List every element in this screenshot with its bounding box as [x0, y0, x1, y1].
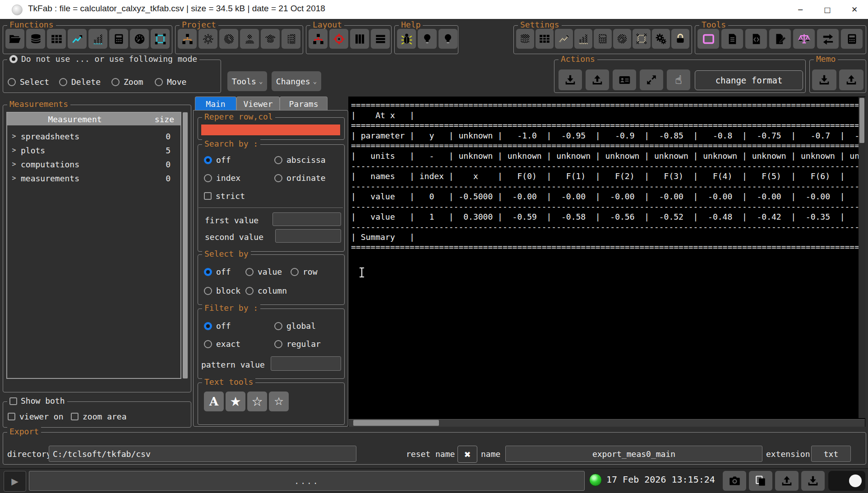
search-radio-abscissa[interactable]: abscissa [274, 155, 326, 165]
terminal-hscrollbar[interactable] [349, 419, 865, 427]
mode-radio-delete[interactable]: Delete [59, 77, 101, 87]
tab-viewer[interactable]: Viewer [236, 97, 280, 111]
transform-button[interactable] [151, 29, 170, 49]
show-both-checkbox[interactable]: Show both [7, 396, 67, 406]
expander-icon[interactable]: > [7, 132, 21, 140]
screenshot-button[interactable] [723, 471, 746, 491]
project-notebook-button[interactable] [282, 29, 300, 49]
open-file-button[interactable] [5, 29, 24, 49]
tools-calculator-button[interactable] [841, 29, 863, 49]
hint-bulb-button-1[interactable] [418, 29, 437, 49]
settings-gauge-button[interactable] [613, 29, 631, 49]
settings-line-chart-button[interactable] [555, 29, 573, 49]
settings-gears-button[interactable] [652, 29, 670, 49]
tree-row-spreadsheets[interactable]: > spreadsheets 0 [7, 130, 180, 143]
extension-input[interactable] [811, 446, 851, 462]
second-value-input[interactable] [275, 229, 341, 243]
filter-radio-exact[interactable]: exact [204, 339, 240, 349]
project-user-button[interactable] [240, 29, 259, 49]
changes-menubutton[interactable]: Changes⌄ [272, 71, 321, 91]
status-message-field[interactable]: .... [29, 471, 585, 491]
export-name-input[interactable] [505, 446, 762, 462]
filter-radio-regular[interactable]: regular [274, 339, 321, 349]
settings-table-button[interactable] [536, 29, 554, 49]
zoom-area-checkbox[interactable]: zoom area [71, 412, 127, 421]
star-outline-button-2[interactable]: ☆ [269, 392, 289, 411]
settings-database-button[interactable] [516, 29, 534, 49]
layout-columns-button[interactable] [350, 29, 369, 49]
filter-radio-global[interactable]: global [274, 321, 316, 331]
select-radio-block[interactable]: block [204, 286, 240, 295]
close-button[interactable]: ✕ [841, 0, 868, 19]
terminal-vscrollbar[interactable] [859, 97, 865, 418]
viewer-on-checkbox[interactable]: viewer on [8, 412, 64, 421]
project-clock-button[interactable] [219, 29, 238, 49]
terminal-view[interactable]: ========================================… [348, 97, 865, 427]
change-format-button[interactable]: change format [695, 70, 803, 90]
layout-tree-button[interactable] [309, 29, 328, 49]
action-hand-button[interactable]: ☝ [667, 69, 690, 90]
memo-load-button[interactable] [839, 69, 863, 90]
action-card-button[interactable] [613, 69, 636, 90]
tools-swap-button[interactable] [817, 29, 839, 49]
status-download-button[interactable] [801, 471, 825, 491]
star-outline-button-1[interactable]: ☆ [247, 392, 267, 411]
expander-icon[interactable]: > [7, 146, 21, 154]
memo-save-button[interactable] [812, 69, 836, 90]
tree-row-plots[interactable]: > plots 5 [7, 144, 180, 157]
mode-frame-label[interactable]: Do not use ... or use following mode [7, 54, 199, 64]
minimize-button[interactable]: − [787, 0, 814, 19]
terminal-hscrollbar-thumb[interactable] [353, 420, 439, 426]
tools-document-button[interactable] [721, 29, 743, 49]
mode-radio-select[interactable]: Select [8, 77, 49, 87]
select-radio-off[interactable]: off [204, 267, 231, 276]
pattern-value-input[interactable] [271, 356, 341, 371]
hint-bulb-button-2[interactable] [439, 29, 457, 49]
select-radio-row[interactable]: row [291, 267, 318, 276]
tree-scrollbar[interactable] [182, 112, 188, 379]
settings-bar-chart-button[interactable] [574, 29, 592, 49]
terminal-vscrollbar-thumb[interactable] [859, 98, 864, 143]
action-import-button[interactable] [559, 69, 582, 90]
tools-compare-button[interactable] [793, 29, 815, 49]
font-button[interactable]: A [204, 392, 224, 411]
gauge-button[interactable] [130, 29, 149, 49]
tree-header[interactable]: Measurement size [7, 113, 180, 125]
settings-calculator-button[interactable] [594, 29, 612, 49]
select-radio-column[interactable]: column [245, 286, 287, 295]
layout-target-button[interactable] [329, 29, 348, 49]
search-radio-off[interactable]: off [204, 155, 231, 165]
project-education-button[interactable] [261, 29, 280, 49]
spreadsheet-button[interactable] [47, 29, 66, 49]
tree-header-size[interactable]: size [143, 115, 180, 124]
star-filled-button[interactable]: ★ [226, 392, 245, 411]
filter-radio-off[interactable]: off [204, 321, 231, 331]
project-gear-button[interactable] [199, 29, 217, 49]
directory-input[interactable] [49, 446, 356, 462]
tab-main[interactable]: Main [195, 97, 236, 111]
tools-window-button[interactable] [697, 29, 719, 49]
line-chart-button[interactable] [68, 29, 87, 49]
reset-name-button[interactable]: ✖ [457, 446, 477, 463]
bar-chart-button[interactable] [88, 29, 107, 49]
select-radio-value[interactable]: value [245, 267, 282, 276]
settings-transform-button[interactable] [633, 29, 651, 49]
theme-toggle[interactable] [828, 471, 865, 491]
search-radio-index[interactable]: index [204, 173, 240, 183]
action-expand-button[interactable] [640, 69, 663, 90]
mode-radio-zoom[interactable]: Zoom [111, 77, 143, 87]
database-button[interactable] [26, 29, 45, 49]
tree-row-computations[interactable]: > computations 0 [7, 158, 180, 170]
copy-button[interactable] [749, 471, 772, 491]
tree-header-measurement[interactable]: Measurement [7, 115, 143, 124]
run-button[interactable]: ▶ [4, 471, 26, 492]
maximize-button[interactable]: □ [814, 0, 841, 19]
tools-script-button[interactable] [745, 29, 767, 49]
debug-bug-button[interactable] [397, 29, 416, 49]
first-value-input[interactable] [272, 212, 341, 226]
tab-params[interactable]: Params [280, 97, 328, 111]
settings-lock-button[interactable] [671, 29, 689, 49]
strict-checkbox[interactable]: strict [204, 191, 245, 201]
status-upload-button[interactable] [775, 471, 799, 491]
mode-off-radio[interactable] [9, 55, 18, 63]
